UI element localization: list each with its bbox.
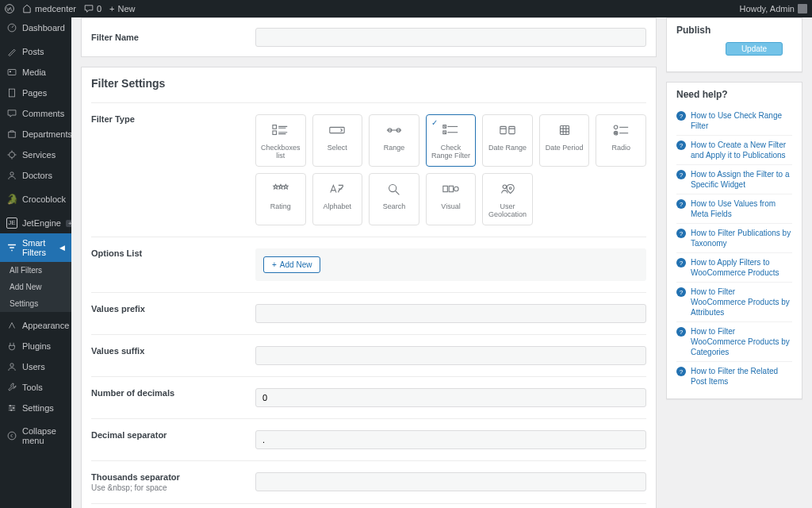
menu-users[interactable]: Users [0,356,71,377]
svg-point-29 [454,187,459,191]
decimal-separator-input[interactable] [255,430,646,449]
help-link[interactable]: How to Filter the Related Post Items [691,366,792,387]
svg-point-23 [614,125,618,129]
filter-name-label: Filter Name [91,33,246,42]
update-button[interactable]: Update [726,42,783,56]
type-icon [373,123,416,137]
menu-settings[interactable]: Settings [0,398,71,418]
svg-rect-4 [10,89,15,97]
type-icon [373,182,416,196]
decimals-input[interactable] [255,388,646,407]
type-label: Checkboxes list [259,144,302,160]
filter-type-date-range[interactable]: Date Range [482,114,533,167]
menu-comments[interactable]: Comments [0,103,71,124]
collapse-menu[interactable]: Collapse menu [0,421,71,450]
help-link[interactable]: How to Use Check Range Filter [691,110,792,131]
help-link[interactable]: How to Filter Publications by Taxonomy [691,228,792,248]
type-icon [316,123,359,137]
site-name[interactable]: medcenter [22,4,76,13]
filter-type-date-period[interactable]: Date Period [539,114,590,167]
svg-point-9 [10,405,11,406]
help-icon: ? [676,327,686,337]
thousands-hint: Use &nbsp; for space [91,483,255,492]
svg-rect-5 [9,132,15,137]
menu-dashboard[interactable]: Dashboard [0,17,71,38]
svg-rect-14 [273,131,277,135]
svg-point-12 [8,432,16,440]
help-link[interactable]: How to Filter WooCommerce Products by Ca… [691,326,792,357]
filter-type-radio[interactable]: Radio [596,114,646,167]
howdy-account[interactable]: Howdy, Admin [740,4,808,13]
menu-crocoblock[interactable]: 🐊Crocoblock [0,189,71,210]
type-label: Search [373,202,416,210]
filter-settings-title: Filter Settings [91,77,646,90]
new-content[interactable]: +New [109,4,135,13]
submenu-smartfilters: All Filters Add New Settings [0,262,71,312]
decimals-label: Number of decimals [91,388,255,407]
help-icon: ? [676,170,686,179]
menu-tools[interactable]: Tools [0,377,71,398]
values-prefix-label: Values prefix [91,304,255,323]
menu-departments[interactable]: Departments [0,124,71,144]
svg-point-7 [10,172,13,175]
menu-plugins[interactable]: Plugins [0,336,71,356]
add-new-option-button[interactable]: +Add New [263,256,320,273]
help-link[interactable]: How to Filter WooCommerce Products by At… [691,287,792,318]
help-item: ?How to Use Check Range Filter [676,106,792,136]
comments-count[interactable]: 0 [84,4,102,13]
filter-type-rating[interactable]: Rating [255,173,306,225]
filter-name-input[interactable] [255,28,646,47]
menu-smartfilters[interactable]: Smart Filters◀ [0,233,71,262]
help-item: ?How to Assign the Filter to a Specific … [676,165,792,194]
svg-point-6 [10,152,15,158]
filter-type-user-geolocation[interactable]: User Geolocation [482,173,533,225]
type-icon [486,182,529,196]
sf-settings[interactable]: Settings [0,295,71,312]
values-suffix-input[interactable] [255,346,646,365]
type-label: Alphabet [316,202,359,210]
svg-point-0 [6,5,14,13]
values-prefix-input[interactable] [255,304,646,323]
avatar [798,4,807,13]
filter-type-range[interactable]: Range [369,114,419,167]
help-link[interactable]: How to Apply Filters to WooCommerce Prod… [691,257,792,278]
filter-name-row: Filter Name [81,17,657,57]
menu-posts[interactable]: Posts [0,41,71,62]
type-icon [259,182,302,196]
thousands-separator-input[interactable] [255,472,646,491]
menu-media[interactable]: Media [0,62,71,83]
filter-type-select[interactable]: Select [312,114,363,167]
options-list-label: Options List [91,248,255,281]
help-link[interactable]: How to Create a New Filter and Apply it … [691,140,792,160]
thousands-separator-label: Thousands separator Use &nbsp; for space [91,472,255,492]
svg-rect-20 [500,126,506,133]
sf-add-new[interactable]: Add New [0,279,71,295]
svg-point-3 [10,71,11,72]
type-icon [259,123,302,137]
filter-type-check-range-filter[interactable]: Check Range Filter [426,114,477,167]
svg-point-30 [503,185,507,189]
menu-pages[interactable]: Pages [0,83,71,103]
menu-doctors[interactable]: Doctors [0,165,71,186]
filter-type-visual[interactable]: Visual [426,173,477,225]
help-link[interactable]: How to Assign the Filter to a Specific W… [691,169,792,190]
sf-all-filters[interactable]: All Filters [0,262,71,279]
type-label: Select [316,144,359,152]
filter-type-search[interactable]: Search [369,173,419,225]
svg-point-11 [10,410,12,411]
filter-type-alphabet[interactable]: Alphabet [312,173,363,225]
help-icon: ? [676,140,686,150]
type-icon [543,123,586,137]
wp-logo[interactable] [5,4,14,13]
type-icon [316,182,359,196]
help-link[interactable]: How to Use Values from Meta Fields [691,198,792,219]
menu-appearance[interactable]: Appearance [0,315,71,336]
svg-rect-22 [560,126,569,135]
svg-rect-2 [8,70,16,75]
filter-type-checkboxes-list[interactable]: Checkboxes list [255,114,306,167]
menu-services[interactable]: Services [0,144,71,165]
help-item: ?How to Create a New Filter and Apply it… [676,136,792,165]
svg-rect-21 [509,126,515,133]
svg-rect-13 [273,125,277,129]
menu-jetengine[interactable]: JEJetEngine+5 [0,213,71,233]
